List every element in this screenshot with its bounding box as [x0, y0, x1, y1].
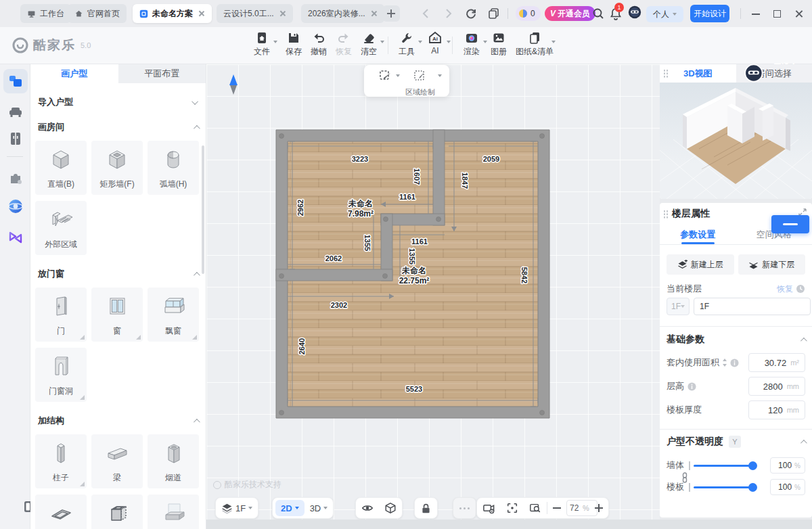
floor-name-input[interactable] [694, 298, 811, 315]
zoom-in-button[interactable] [594, 503, 604, 513]
close-icon[interactable] [279, 10, 286, 17]
file-menu[interactable]: 文件 [248, 31, 276, 58]
module-3d-app[interactable] [3, 194, 28, 218]
minimize-button[interactable] [750, 7, 762, 20]
slab-opacity-input[interactable]: 100 % [770, 479, 805, 495]
module-furnish[interactable] [3, 99, 28, 124]
tool-door-window-hole[interactable]: 门窗洞 [35, 348, 87, 402]
zoom-out-button[interactable] [552, 503, 562, 513]
close-icon[interactable] [371, 10, 378, 17]
clear-button[interactable]: 清空 [355, 31, 383, 58]
coin-balance[interactable]: 0 [516, 6, 541, 21]
notifications-bell[interactable]: 1 [609, 7, 623, 20]
nav-back-icon[interactable] [420, 7, 433, 20]
profile-menu[interactable]: 个人 [646, 6, 683, 22]
floor-select[interactable]: 1F [216, 498, 258, 518]
new-tab-button[interactable] [382, 5, 400, 22]
walkthrough-settings-button[interactable] [477, 498, 501, 518]
floor-plan[interactable]: 3223 2962 1607 1161 1355 2062 2059 1847 … [206, 64, 660, 529]
info-icon[interactable] [730, 359, 739, 367]
room-label-2[interactable]: 未命名 22.75m² [399, 266, 430, 285]
tab-unnamed-plan[interactable]: 未命名方案 [133, 4, 212, 23]
inner-area-input[interactable]: 30.72 m² [748, 353, 805, 372]
mode-2d-button[interactable]: 2D [275, 500, 304, 516]
tab-2026-decoration[interactable]: 2026室内装修... [301, 4, 384, 23]
tab-flat-layout[interactable]: 平面布置 [118, 64, 206, 83]
slider-handle[interactable] [748, 483, 757, 492]
render-menu[interactable]: 渲染 [457, 31, 486, 58]
basic-params-header[interactable]: 基础参数 [667, 334, 805, 346]
focus-view-button[interactable] [501, 498, 524, 518]
module-purple-app[interactable] [3, 225, 28, 250]
assistant-avatar[interactable] [628, 5, 641, 19]
tool-beam[interactable]: 梁 [91, 434, 143, 488]
room-label-1[interactable]: 未命名 7.98m² [348, 199, 374, 218]
tools-menu[interactable]: 工具 [392, 31, 421, 58]
tool-outer-area[interactable]: 外部区域 [35, 201, 87, 255]
zoom-region-button[interactable] [524, 498, 547, 518]
slab-thickness-input[interactable]: 120 mm [748, 400, 805, 419]
module-plugins[interactable] [3, 166, 28, 190]
new-upper-floor-button[interactable]: 新建上层 [667, 254, 734, 275]
panel-collapse-button[interactable] [771, 215, 809, 233]
tool-arc-wall[interactable]: 弧墙(H) [148, 141, 199, 195]
wall-opacity-input[interactable]: 100 % [770, 457, 805, 474]
edit-tool[interactable] [378, 69, 393, 87]
section-import-floorplan[interactable]: 导入户型 [38, 96, 198, 108]
tool-rect-wall[interactable]: 矩形墙(F) [91, 141, 143, 195]
tool-column[interactable]: 柱子 [35, 434, 87, 488]
tab-parameter-settings[interactable]: 参数设置 [660, 226, 736, 244]
tool-pipe-box[interactable]: 包管 [91, 495, 143, 529]
3d-preview[interactable] [660, 83, 812, 199]
nav-forward-icon[interactable] [441, 7, 455, 20]
maximize-button[interactable] [771, 7, 784, 20]
floor-height-input[interactable]: 2800 mm [748, 377, 805, 396]
tab-official-home[interactable]: 官网首页 [68, 4, 127, 23]
close-icon[interactable] [198, 10, 205, 17]
region-draw-tool[interactable]: 区域绘制 [405, 69, 435, 97]
more-tools[interactable] [453, 497, 476, 519]
search-icon[interactable] [591, 7, 605, 20]
drag-handle[interactable] [663, 69, 669, 78]
tab-workspace[interactable]: 工作台 [20, 4, 71, 23]
duplicate-icon[interactable] [487, 7, 501, 20]
undo-button[interactable]: 撤销 [304, 31, 333, 58]
tool-door[interactable]: 门 [35, 288, 87, 342]
section-draw-room[interactable]: 画房间 [38, 121, 198, 133]
zoom-level-input[interactable] [566, 500, 597, 516]
lock-button[interactable] [415, 498, 437, 518]
album-button[interactable]: 图册 [484, 31, 513, 58]
section-add-structure[interactable]: 加结构 [38, 415, 198, 427]
tab-draw-floorplan[interactable]: 画户型 [30, 64, 118, 83]
wall-opacity-slider[interactable] [694, 465, 756, 467]
scrollbar[interactable] [202, 145, 204, 274]
tab-cloud-design[interactable]: 云设计5.0工... [217, 4, 293, 23]
tool-window[interactable]: 窗 [91, 288, 143, 342]
module-floorplan[interactable] [3, 69, 28, 93]
visibility-button[interactable] [356, 498, 379, 518]
tool-bay-window[interactable]: 飘窗 [148, 288, 199, 342]
opacity-header[interactable]: 户型不透明度 Y [667, 436, 805, 448]
restore-button[interactable]: 恢复 [777, 283, 805, 295]
canvas-2d[interactable]: 3223 2962 1607 1161 1355 2062 2059 1847 … [206, 64, 660, 529]
reload-icon[interactable] [464, 7, 478, 20]
tool-straight-wall[interactable]: 直墙(B) [35, 141, 87, 195]
redo-button[interactable]: 恢复 [330, 31, 358, 58]
section-doors-windows[interactable]: 放门窗 [38, 268, 198, 280]
drawings-list-menu[interactable]: 图纸&清单 [512, 31, 557, 58]
tool-flue[interactable]: 烟道 [148, 434, 199, 488]
save-button[interactable]: 保存 [279, 31, 308, 58]
tool-opening[interactable]: 洞口 [35, 495, 87, 529]
ai-menu[interactable]: Ai AI [421, 31, 449, 55]
info-icon[interactable] [687, 382, 696, 391]
module-custom-cabinet[interactable] [3, 127, 28, 151]
mode-3d-button[interactable]: 3D [304, 498, 334, 518]
floor-dropdown[interactable]: 1F [667, 298, 690, 315]
vip-upgrade-button[interactable]: V 开通会员 [545, 6, 595, 21]
slider-handle[interactable] [748, 461, 757, 470]
tab-3d-view[interactable]: 3D视图 [660, 64, 736, 83]
object-view-button[interactable] [379, 498, 402, 518]
start-design-button[interactable]: 开始设计 [690, 5, 729, 22]
new-lower-floor-button[interactable]: 新建下层 [738, 254, 806, 275]
slab-opacity-slider[interactable] [694, 486, 756, 488]
